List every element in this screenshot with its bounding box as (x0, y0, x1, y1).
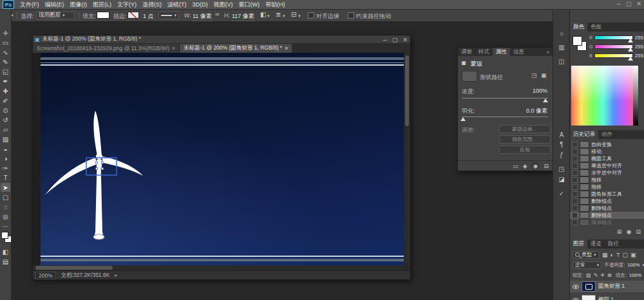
foreground-background-swatches[interactable] (1, 232, 11, 243)
smart-object-filter-icon[interactable]: ▣ (630, 252, 636, 258)
close-icon[interactable]: × (172, 45, 175, 52)
tab-untitled-document[interactable]: 未标题-1 @ 200% (圆角矩形 1, RGB/8) * × (180, 44, 292, 53)
tab-color[interactable]: 颜色 (570, 23, 587, 32)
anchor-point[interactable] (102, 168, 104, 170)
menu-view[interactable]: 视图(V) (214, 1, 233, 9)
eraser-tool[interactable]: ▱ (1, 125, 10, 134)
brush-tool[interactable]: ✐ (1, 96, 10, 105)
feather-slider[interactable] (462, 117, 548, 117)
tab-screenshot-document[interactable]: Screenshot_20180416-232929.png @ 11.3%(R… (33, 44, 180, 53)
red-value[interactable]: 255 (635, 35, 643, 41)
menu-window[interactable]: 窗口(W) (239, 1, 260, 9)
menu-select[interactable]: 选择(S) (142, 1, 162, 9)
blend-mode-dropdown[interactable]: 正常 ▾ (573, 261, 601, 269)
glyphs-icon[interactable]: ƒ (556, 150, 567, 159)
lock-position-icon[interactable]: ✛ (600, 272, 605, 278)
layer-visibility-eye-icon[interactable] (573, 298, 579, 300)
delete-state-trash-icon[interactable]: ⊟ (636, 229, 641, 235)
history-source-checkbox[interactable] (572, 170, 578, 176)
vertical-scrollbar[interactable] (404, 53, 410, 265)
density-slider[interactable] (462, 98, 548, 98)
stroke-swatch[interactable] (128, 12, 139, 19)
lock-image-icon[interactable]: ✎ (594, 272, 598, 278)
libraries-icon[interactable]: ◫ (556, 57, 567, 66)
color-panel-swatches[interactable] (573, 36, 587, 50)
history-item[interactable]: 删除锚点 (570, 198, 644, 205)
opacity-value[interactable]: 100% (627, 262, 639, 268)
menu-file[interactable]: 文件(F) (20, 1, 39, 9)
green-value[interactable]: 255 (635, 44, 643, 50)
density-slider-thumb[interactable] (543, 98, 548, 102)
foreground-color-swatch[interactable] (573, 36, 582, 46)
tab-properties[interactable]: 属性 (493, 48, 510, 56)
layer-visibility-eye-icon[interactable] (573, 285, 579, 289)
history-source-checkbox[interactable] (572, 163, 578, 169)
history-item[interactable]: 自由变换 (570, 141, 644, 148)
shape-width-field[interactable]: 11 像素 (193, 12, 212, 21)
history-item[interactable]: 拖移 (570, 176, 644, 183)
menu-layer[interactable]: 图层(L) (93, 1, 111, 9)
lock-transparency-icon[interactable]: ▨ (586, 272, 591, 278)
doc-close-button[interactable]: ✕ (402, 37, 408, 43)
density-value[interactable]: 100% (533, 88, 547, 94)
shape-height-field[interactable]: 117 像素 (232, 12, 254, 21)
link-dimensions-icon[interactable]: ∞ (215, 11, 219, 17)
history-item-undone[interactable]: 添加锚点 (570, 219, 644, 226)
path-alignment-icon[interactable]: ≣ (276, 11, 281, 18)
zoom-tool[interactable]: ◎ (1, 212, 10, 221)
lock-all-icon[interactable]: ⊠ (607, 272, 612, 278)
collapse-panel-icon[interactable]: » (543, 48, 553, 56)
path-arrangement-icon[interactable]: ⊟ (291, 11, 296, 18)
add-vector-mask-icon[interactable]: ▣ (541, 72, 547, 79)
tab-adjustments[interactable]: 调整 (458, 48, 475, 56)
lasso-tool[interactable]: ∿ (1, 48, 10, 57)
type-filter-icon[interactable]: T (616, 252, 620, 258)
type-tool[interactable]: T (1, 173, 10, 182)
hand-tool[interactable]: ☝ (1, 202, 10, 211)
add-pixel-mask-icon[interactable]: ◳ (531, 72, 537, 79)
canvas[interactable] (41, 53, 404, 265)
invert-button[interactable]: 反相 (499, 145, 551, 154)
pixel-filter-icon[interactable]: ▦ (602, 252, 608, 258)
healing-brush-tool[interactable]: ✚ (1, 86, 10, 95)
color-range-button[interactable]: 颜色范围… (499, 135, 551, 144)
constrain-path-checkbox[interactable] (348, 12, 354, 19)
horizontal-scrollbar[interactable] (33, 265, 404, 270)
edit-toolbar-icon[interactable]: ⋯ (1, 221, 10, 230)
new-snapshot-icon[interactable]: ◉ (627, 229, 632, 235)
layer-filter-dropdown[interactable]: 类型 ▾ (573, 251, 600, 259)
history-item[interactable]: 垂直居中对齐 (570, 162, 644, 169)
app-restore-button[interactable]: ▢ (626, 1, 632, 7)
blur-tool[interactable]: ◒ (1, 144, 10, 153)
blue-slider-thumb[interactable] (628, 57, 633, 61)
load-selection-icon[interactable]: ▭ (513, 163, 518, 169)
history-source-checkbox[interactable] (572, 142, 578, 147)
tab-channels[interactable]: 通道 (587, 239, 605, 248)
doc-restore-button[interactable]: ▢ (392, 37, 398, 43)
delete-mask-trash-icon[interactable]: ⊟ (544, 163, 549, 169)
grayscale-ramp[interactable] (633, 66, 638, 126)
adjustments-icon[interactable]: ☼ (556, 28, 567, 37)
horizontal-scrollbar-thumb[interactable] (35, 266, 113, 270)
fill-swatch[interactable] (97, 12, 109, 19)
foreground-color-swatch[interactable] (1, 232, 8, 239)
layer-thumbnail[interactable] (582, 295, 596, 300)
pen-tool[interactable]: ✑ (1, 164, 10, 173)
app-minimize-button[interactable]: ─ (617, 1, 621, 7)
navigator-icon[interactable]: ◪ (556, 174, 567, 183)
blue-value[interactable]: 255 (635, 53, 643, 59)
new-document-from-state-icon[interactable]: ⊞ (617, 229, 622, 235)
history-source-checkbox[interactable] (572, 191, 578, 197)
history-item-selected[interactable]: 删除锚点 (570, 212, 644, 219)
history-item[interactable]: 水平居中对齐 (570, 169, 644, 176)
menu-help[interactable]: 帮助(H) (265, 1, 285, 9)
stroke-type-dropdown[interactable]: ▾ (158, 12, 179, 19)
stroke-width-field[interactable]: 1 点 (143, 12, 154, 21)
app-close-button[interactable]: ✕ (636, 1, 641, 7)
close-icon[interactable]: × (285, 45, 288, 52)
apply-mask-icon[interactable]: ◈ (523, 163, 527, 169)
character-icon[interactable]: A (556, 130, 567, 139)
history-item[interactable]: 删除锚点 (570, 205, 644, 212)
shape-filter-icon[interactable]: ▢ (622, 252, 628, 258)
gradient-tool[interactable]: ▨ (1, 135, 10, 144)
